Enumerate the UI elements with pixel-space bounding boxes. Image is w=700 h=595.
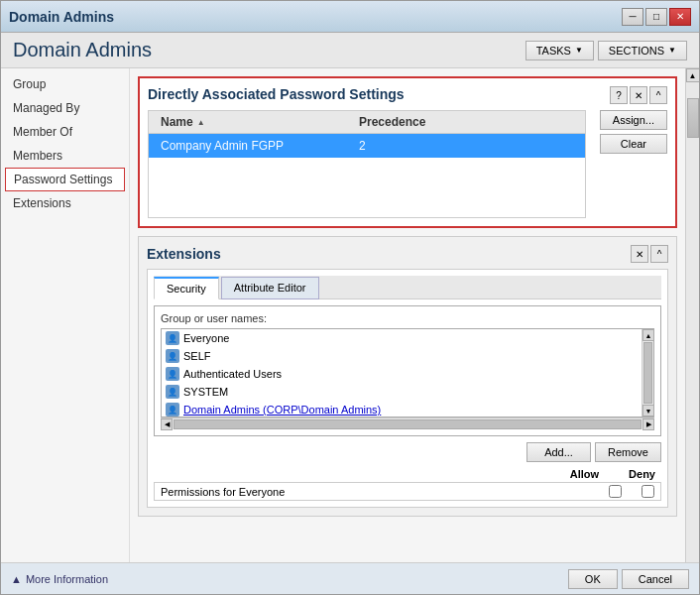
collapse-icon[interactable]: ^: [649, 86, 667, 104]
maximize-button[interactable]: □: [645, 8, 667, 26]
user-name: SYSTEM: [183, 386, 228, 398]
extensions-close-icon[interactable]: ✕: [631, 245, 648, 263]
add-remove-buttons: Add... Remove: [154, 442, 661, 462]
ok-button[interactable]: OK: [568, 569, 618, 589]
content-area: Group Managed By Member Of Members Passw…: [1, 68, 699, 562]
sidebar-item-extensions[interactable]: Extensions: [1, 191, 129, 215]
list-item[interactable]: 👤 Everyone: [162, 329, 642, 347]
list-item[interactable]: 👤 SYSTEM: [162, 383, 642, 401]
user-name: Authenticated Users: [183, 368, 282, 380]
sidebar-item-password-settings[interactable]: Password Settings: [5, 168, 125, 191]
name-cell: Company Admin FGPP: [153, 137, 351, 155]
list-item[interactable]: 👤 Authenticated Users: [162, 365, 642, 383]
precedence-cell: 2: [351, 137, 374, 155]
user-icon: 👤: [166, 403, 179, 416]
permissions-header: Allow Deny: [154, 468, 661, 480]
remove-button[interactable]: Remove: [595, 442, 661, 462]
group-box: Group or user names: 👤 Everyone 👤 SELF: [154, 305, 661, 436]
permissions-label: Permissions for Everyone: [161, 486, 609, 498]
deny-checkbox[interactable]: [642, 485, 654, 498]
cancel-button[interactable]: Cancel: [622, 569, 689, 589]
page-title: Domain Admins: [13, 39, 152, 61]
assign-button[interactable]: Assign...: [600, 110, 667, 130]
sort-arrow-icon: ▲: [197, 118, 205, 127]
header-bar: Domain Admins TASKS ▼ SECTIONS ▼: [1, 33, 699, 68]
extensions-inner: Security Attribute Editor Group or user …: [147, 269, 668, 508]
list-item[interactable]: 👤 SELF: [162, 347, 642, 365]
password-settings-content: Name ▲ Precedence Company Admin FGPP 2: [148, 110, 667, 218]
allow-checkbox[interactable]: [609, 485, 622, 498]
title-bar: Domain Admins ─ □ ✕: [1, 1, 699, 33]
main-window: Domain Admins ─ □ ✕ Domain Admins TASKS …: [0, 0, 700, 595]
deny-header: Deny: [629, 468, 655, 480]
table-header: Name ▲ Precedence: [149, 111, 585, 134]
user-icon: 👤: [166, 367, 179, 381]
clear-button[interactable]: Clear: [600, 134, 667, 154]
horiz-scroll-thumb[interactable]: [174, 419, 642, 429]
tab-security[interactable]: Security: [154, 277, 219, 299]
user-list-scrollbar: ▲ ▼: [642, 329, 653, 416]
sidebar-item-members[interactable]: Members: [1, 144, 129, 168]
user-icon: 👤: [166, 349, 179, 363]
footer-buttons: OK Cancel: [568, 569, 689, 589]
password-side-buttons: Assign... Clear: [600, 110, 667, 218]
help-icon[interactable]: ?: [610, 86, 628, 104]
user-icon: 👤: [166, 385, 179, 399]
sidebar-item-managed-by[interactable]: Managed By: [1, 96, 129, 120]
scroll-down-arrow[interactable]: ▼: [642, 405, 654, 416]
extensions-collapse-icon[interactable]: ^: [650, 245, 668, 263]
horiz-scrollbar: ◀ ▶: [161, 417, 654, 429]
allow-header: Allow: [570, 468, 599, 480]
password-table: Name ▲ Precedence Company Admin FGPP 2: [148, 110, 586, 218]
sections-dropdown-arrow: ▼: [668, 46, 676, 55]
permissions-row: Permissions for Everyone: [154, 482, 661, 501]
password-settings-title: Directly Associated Password Settings: [148, 86, 405, 102]
close-button[interactable]: ✕: [669, 8, 691, 26]
password-settings-section: Directly Associated Password Settings ? …: [138, 76, 677, 228]
add-button[interactable]: Add...: [526, 442, 591, 462]
table-row[interactable]: Company Admin FGPP 2: [149, 134, 585, 158]
more-info-label: More Information: [26, 573, 108, 585]
user-name: SELF: [183, 350, 211, 362]
footer-bar: ▲ More Information OK Cancel: [1, 562, 699, 594]
scroll-right-arrow[interactable]: ▶: [642, 418, 654, 430]
sections-button[interactable]: SECTIONS ▼: [598, 41, 687, 60]
header-actions: TASKS ▼ SECTIONS ▼: [525, 41, 687, 60]
user-name: Everyone: [183, 332, 229, 344]
footer-info: ▲ More Information: [11, 573, 108, 585]
sidebar-item-member-of[interactable]: Member Of: [1, 120, 129, 144]
user-list-content: 👤 Everyone 👤 SELF 👤 Authenticated Users: [162, 329, 642, 416]
main-scrollbar: ▲: [685, 68, 699, 562]
user-icon: 👤: [166, 331, 179, 345]
tabs-container: Security Attribute Editor: [154, 276, 661, 299]
tasks-button[interactable]: TASKS ▼: [525, 41, 594, 60]
close-icon[interactable]: ✕: [630, 86, 647, 104]
extensions-icons: ✕ ^: [631, 245, 668, 263]
extensions-header: Extensions ✕ ^: [147, 245, 668, 263]
scroll-up-arrow[interactable]: ▲: [642, 329, 654, 341]
name-column-header: Name ▲: [153, 113, 351, 131]
chevron-up-icon: ▲: [11, 573, 22, 585]
password-table-wrapper: Name ▲ Precedence Company Admin FGPP 2: [148, 110, 586, 218]
scroll-left-arrow[interactable]: ◀: [161, 418, 173, 430]
password-settings-header: Directly Associated Password Settings ? …: [148, 86, 667, 110]
group-box-title: Group or user names:: [161, 312, 654, 324]
window-controls: ─ □ ✕: [622, 8, 691, 26]
user-list: 👤 Everyone 👤 SELF 👤 Authenticated Users: [161, 328, 654, 417]
extensions-title: Extensions: [147, 246, 221, 262]
password-settings-icons: ? ✕ ^: [610, 86, 667, 104]
permission-checkboxes: [609, 485, 654, 498]
user-name: Domain Admins (CORP\Domain Admins): [183, 404, 381, 416]
minimize-button[interactable]: ─: [622, 8, 643, 26]
scroll-up-button[interactable]: ▲: [686, 68, 700, 82]
tasks-dropdown-arrow: ▼: [575, 46, 583, 55]
sidebar-item-group[interactable]: Group: [1, 72, 129, 96]
sidebar: Group Managed By Member Of Members Passw…: [1, 68, 130, 562]
precedence-column-header: Precedence: [351, 113, 433, 131]
tab-attribute-editor[interactable]: Attribute Editor: [221, 277, 319, 299]
scroll-thumb[interactable]: [643, 342, 652, 404]
scroll-thumb[interactable]: [687, 98, 699, 138]
list-item[interactable]: 👤 Domain Admins (CORP\Domain Admins): [162, 401, 642, 416]
table-empty-space: [149, 158, 585, 217]
main-panel: Directly Associated Password Settings ? …: [130, 68, 685, 562]
